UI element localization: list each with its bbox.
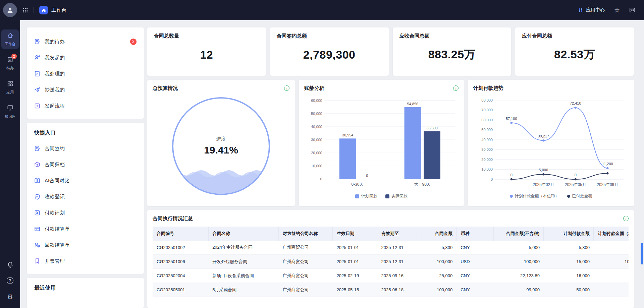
sidebar-item[interactable]: 发起流程 (31, 98, 140, 114)
sidebar-item[interactable]: 合同签约 (31, 140, 140, 157)
home-rail-icon (7, 32, 13, 40)
apps-grid-icon[interactable] (22, 7, 28, 13)
sidebar-item-label: 收款登记 (45, 194, 65, 200)
svg-text:80,000: 80,000 (481, 98, 493, 102)
sidebar-item[interactable]: 付款结算单 (31, 221, 140, 237)
sidebar-item[interactable]: 付款计划 (31, 205, 140, 221)
svg-text:36,500: 36,500 (426, 126, 437, 130)
sidebar-item-label: 我发起的 (45, 55, 65, 61)
sidebar-item[interactable]: 开票管理 (31, 253, 140, 269)
svg-text:大于90天: 大于90天 (414, 182, 431, 187)
svg-text:39,217: 39,217 (538, 134, 549, 138)
sidebar-item[interactable]: 合同归档 (31, 157, 140, 173)
app-center-label: 应用中心 (586, 7, 605, 13)
sidebar-item-label: AI合同对比 (45, 178, 69, 184)
svg-text:0: 0 (320, 177, 322, 181)
legend-item[interactable]: 计划付款金额（本位币） (510, 193, 559, 199)
budget-info-icon[interactable]: i (284, 85, 289, 91)
legend-item[interactable]: 计划回款 (355, 193, 377, 199)
sidebar-item[interactable]: 我的待办2 (31, 34, 140, 50)
svg-text:2025年02月: 2025年02月 (533, 182, 554, 187)
stat-title: 应收合同总额 (399, 33, 505, 39)
notifications-bell-icon[interactable] (7, 261, 13, 268)
sidebar-item[interactable]: 我处理的 (31, 66, 140, 82)
help-icon[interactable]: ? (7, 277, 13, 284)
svg-text:30,954: 30,954 (342, 133, 353, 137)
legend-label: 计划付款金额（本位币） (515, 193, 559, 199)
stat-value: 883.25万 (399, 39, 505, 70)
sidebar-item[interactable]: 收款登记 (31, 189, 140, 205)
charts-row: 总预算情况 i 进度 19.41% (147, 80, 634, 206)
contract-summary-card: 合同执行情况汇总 i 合同编号合同名称对方签约公司名称生效日期有效期至合同金额币… (147, 210, 634, 308)
yen-square-icon (34, 210, 40, 216)
apps-rail-icon (7, 80, 13, 88)
table-row[interactable]: CG2025010022024年审计服务合同广州商贸公司2025-01-0120… (153, 241, 629, 255)
sidebar-item[interactable]: 我发起的 (31, 50, 140, 66)
settings-gear-icon[interactable]: ⚙ (7, 293, 13, 300)
user-avatar[interactable] (3, 3, 17, 17)
legend-swatch (355, 194, 359, 198)
sidebar-item[interactable]: 抄送我的 (31, 82, 140, 98)
svg-text:30,000: 30,000 (481, 147, 493, 151)
recent-used-title: 最近使用 (31, 284, 140, 296)
rail-item-apps[interactable]: 应用 (1, 78, 19, 97)
todo-count-badge: 2 (11, 54, 17, 59)
table-cell: CG202502004 (153, 269, 208, 283)
table-cell: CG202505001 (153, 283, 208, 297)
svg-text:40,000: 40,000 (311, 125, 322, 129)
table-cell: USD (457, 255, 494, 269)
table-cell: 2024年审计服务合同 (208, 241, 278, 255)
rail-item-workbench[interactable]: 工作台 (1, 29, 19, 49)
stats-row: 合同总数量12合同签约总额2,789,300应收合同总额883.25万应付合同总… (147, 27, 634, 76)
column-header: 合同名称 (208, 227, 278, 241)
stat-value: 12 (154, 39, 259, 70)
svg-text:10,000: 10,000 (311, 164, 322, 168)
stat-value: 2,789,300 (277, 39, 382, 70)
table-cell: 100,000 (422, 255, 457, 269)
page-title: 工作台 (51, 7, 66, 13)
stat-title: 应付合同总额 (522, 33, 627, 39)
column-header: 对方签约公司名称 (279, 227, 333, 241)
stat-title: 合同签约总额 (277, 33, 382, 39)
contacts-icon[interactable] (629, 7, 635, 13)
column-header: 币种 (457, 227, 494, 241)
table-cell: 2025-01-01 (333, 241, 377, 255)
app-center-button[interactable]: 应用中心 (578, 7, 605, 13)
svg-text:20,000: 20,000 (311, 151, 322, 155)
table-cell: 5月采购合同 (208, 283, 278, 297)
table-row[interactable]: CG2025050015月采购合同广州商贸公司2025-05-152025-06… (153, 283, 629, 297)
table-cell: 5,300 (422, 241, 457, 255)
legend-label: 已付款金额 (572, 193, 592, 199)
rail-item-knowledge[interactable]: 知识库 (1, 102, 19, 121)
sidebar-item[interactable]: 回款结算单 (31, 237, 140, 253)
table-row[interactable]: CG202501006开发外包服务合同广州商贸公司2025-01-012025-… (153, 255, 629, 269)
rail-item-todo[interactable]: 2 待办 (1, 54, 19, 73)
trend-legend: 计划付款金额（本位币）已付款金额 (473, 192, 629, 201)
main-content: 我的待办2我发起的我处理的抄送我的发起流程 快捷入口 合同签约合同归档AI合同对… (20, 20, 644, 308)
invoice-bookmark-icon (34, 258, 40, 264)
table-cell: 2025-02-19 (333, 269, 377, 283)
aging-legend: 计划回款实际回款 (304, 192, 459, 201)
vertical-scrollbar (641, 20, 643, 308)
table-row[interactable]: CG202502004新项目it设备采购合同广州商贸公司2025-02-1920… (153, 269, 629, 283)
table-cell: 16,000 (544, 269, 594, 283)
table-cell: 2025-12-31 (377, 255, 422, 269)
table-cell: 100,000 (494, 255, 544, 269)
sidebar-item[interactable]: AI合同对比 (31, 173, 140, 189)
legend-swatch (567, 195, 570, 198)
favorites-star-icon[interactable]: ☆ (614, 7, 620, 13)
aging-info-icon[interactable]: i (453, 85, 459, 91)
svg-text:0: 0 (366, 174, 368, 178)
contract-table-info-icon[interactable]: i (623, 216, 629, 221)
plus-square-icon (34, 103, 40, 109)
vertical-scrollbar-thumb[interactable] (641, 243, 643, 264)
stat-value: 82.53万 (522, 39, 627, 70)
sidebar-item-label: 合同签约 (45, 145, 65, 152)
table-cell: 15,000 (544, 255, 594, 269)
aging-card-title: 账龄分析 (304, 85, 324, 91)
legend-item[interactable]: 已付款金额 (567, 193, 592, 199)
legend-item[interactable]: 实际回款 (385, 193, 408, 199)
table-cell: 5,000 (494, 241, 544, 255)
sidebar-item-label: 回款结算单 (45, 242, 70, 248)
stat-card: 应收合同总额883.25万 (393, 27, 512, 76)
